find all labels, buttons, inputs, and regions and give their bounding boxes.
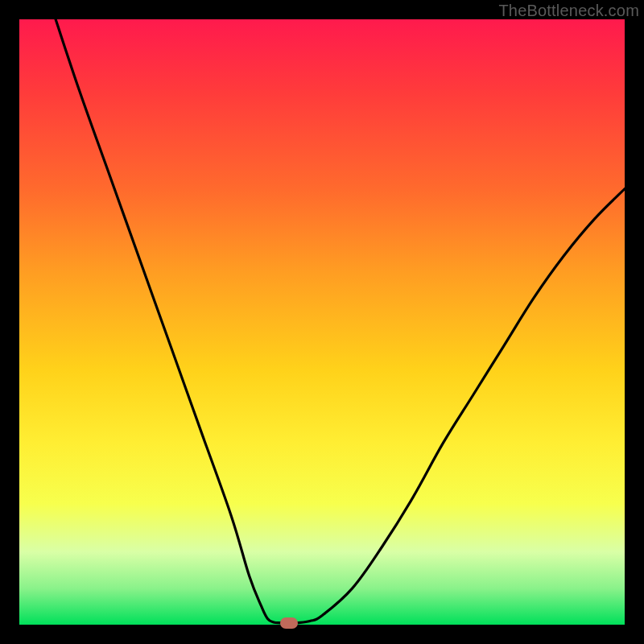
optimal-marker (280, 617, 298, 629)
chart-frame: TheBottleneck.com (0, 0, 644, 644)
watermark-text: TheBottleneck.com (498, 2, 639, 20)
chart-plot-area (19, 19, 625, 625)
